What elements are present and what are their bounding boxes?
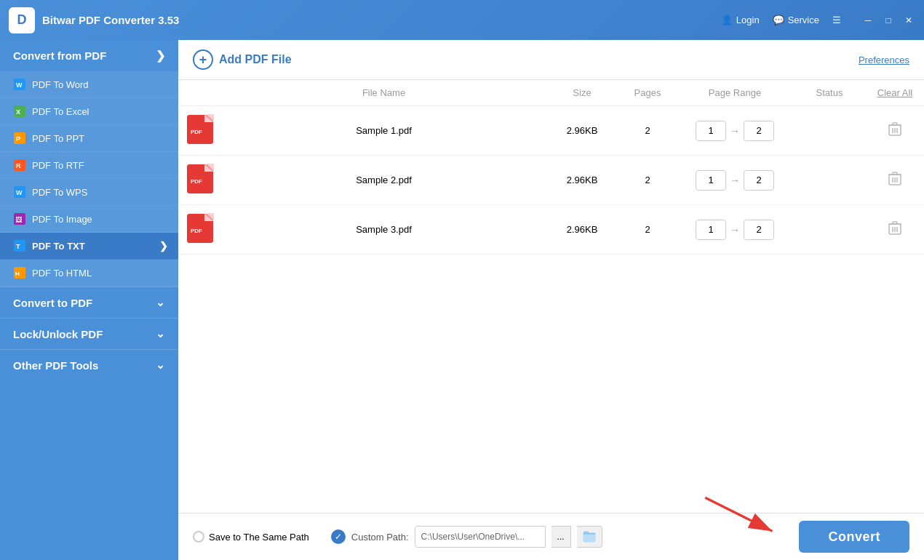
col-icon — [178, 80, 222, 106]
chevron-right-icon: ❯ — [156, 49, 165, 63]
chevron-down-icon-2: ⌄ — [156, 327, 165, 340]
svg-text:H: H — [15, 271, 20, 277]
file-table-container: File Name Size Pages Page Range Status C… — [178, 80, 924, 513]
delete-button[interactable] — [888, 122, 901, 140]
sidebar-item-pdf-to-wps[interactable]: W PDF To WPS — [0, 179, 178, 206]
page-to-input[interactable] — [744, 220, 774, 240]
svg-text:PDF: PDF — [191, 129, 202, 135]
ppt-icon: P — [13, 132, 26, 145]
svg-text:X: X — [16, 108, 20, 116]
sidebar-item-pdf-to-txt[interactable]: T PDF To TXT ❯ — [0, 233, 178, 260]
table-row: PDF Sample 3.pdf 2.96KB 2 → — [178, 205, 924, 255]
page-from-input[interactable] — [696, 121, 726, 141]
same-path-option[interactable]: Save to The Same Path — [193, 531, 309, 543]
file-name: Sample 3.pdf — [222, 205, 546, 255]
svg-text:🖼: 🖼 — [15, 216, 22, 223]
page-to-input[interactable] — [744, 170, 774, 191]
table-row: PDF Sample 2.pdf 2.96KB 2 → — [178, 156, 924, 205]
pdf-file-icon: PDF — [187, 214, 213, 243]
excel-icon: X — [13, 105, 26, 118]
delete-cell — [866, 156, 924, 205]
app-logo: D — [9, 7, 35, 33]
file-pages: 2 — [618, 156, 677, 205]
chevron-down-icon-3: ⌄ — [156, 359, 165, 372]
file-table: File Name Size Pages Page Range Status C… — [178, 80, 924, 255]
page-from-input[interactable] — [696, 170, 726, 191]
file-status — [793, 106, 866, 156]
col-page-range: Page Range — [677, 80, 793, 106]
service-button[interactable]: 💬 Service — [773, 15, 819, 25]
folder-icon — [583, 531, 596, 543]
svg-rect-45 — [893, 222, 897, 224]
hamburger-icon: ☰ — [832, 15, 841, 25]
file-size: 2.96KB — [546, 106, 618, 156]
page-to-input[interactable] — [744, 121, 774, 141]
delete-cell — [866, 106, 924, 156]
close-button[interactable]: ✕ — [902, 14, 915, 27]
sidebar-item-pdf-to-ppt[interactable]: P PDF To PPT — [0, 125, 178, 152]
page-from-input[interactable] — [696, 220, 726, 240]
col-pages: Pages — [618, 80, 677, 106]
svg-text:W: W — [16, 81, 23, 89]
path-input[interactable] — [415, 526, 546, 548]
minimize-button[interactable]: ─ — [861, 14, 875, 27]
sidebar: Convert from PDF ❯ W PDF To Word X PDF T… — [0, 40, 178, 560]
sidebar-section-other-pdf-tools[interactable]: Other PDF Tools ⌄ — [0, 349, 178, 380]
add-pdf-button[interactable]: + Add PDF File — [193, 49, 292, 70]
same-path-radio[interactable] — [193, 531, 204, 543]
file-icon-cell: PDF — [178, 106, 222, 156]
custom-path-section: ✓ Custom Path: ... — [331, 526, 602, 548]
sidebar-item-pdf-to-excel[interactable]: X PDF To Excel — [0, 98, 178, 125]
content-area: + Add PDF File Preferences File Name Siz… — [178, 40, 924, 560]
sidebar-section-convert-from-pdf[interactable]: Convert from PDF ❯ — [0, 40, 178, 71]
svg-text:PDF: PDF — [191, 178, 202, 185]
pdf-file-icon: PDF — [187, 164, 213, 193]
window-controls: ─ □ ✕ — [861, 14, 915, 27]
title-bar-actions: 👤 Login 💬 Service ☰ ─ □ ✕ — [721, 14, 915, 27]
sidebar-section-lock-unlock-pdf[interactable]: Lock/Unlock PDF ⌄ — [0, 318, 178, 349]
col-clear-all[interactable]: Clear All — [866, 80, 924, 106]
sidebar-item-pdf-to-image[interactable]: 🖼 PDF To Image — [0, 206, 178, 233]
delete-button[interactable] — [888, 221, 901, 239]
svg-rect-35 — [893, 172, 897, 175]
active-arrow-icon: ❯ — [159, 240, 168, 252]
file-pages: 2 — [618, 205, 677, 255]
content-header: + Add PDF File Preferences — [178, 40, 924, 80]
delete-cell — [866, 205, 924, 255]
range-arrow: → — [730, 175, 740, 186]
pdf-file-icon: PDF — [187, 115, 213, 144]
col-size: Size — [546, 80, 618, 106]
maximize-button[interactable]: □ — [882, 14, 895, 27]
svg-text:W: W — [16, 189, 23, 196]
wps-icon: W — [13, 185, 26, 199]
svg-text:P: P — [16, 135, 20, 143]
svg-text:PDF: PDF — [191, 228, 202, 234]
sidebar-item-pdf-to-word[interactable]: W PDF To Word — [0, 71, 178, 98]
convert-button[interactable]: Convert — [799, 521, 909, 553]
svg-rect-25 — [893, 123, 897, 125]
delete-button[interactable] — [888, 172, 901, 189]
page-range-cell: → — [677, 106, 793, 156]
preferences-link[interactable]: Preferences — [859, 55, 909, 65]
browse-dots-button[interactable]: ... — [551, 526, 571, 548]
login-button[interactable]: 👤 Login — [721, 15, 760, 25]
sidebar-item-pdf-to-rtf[interactable]: R PDF To RTF — [0, 152, 178, 179]
bottom-bar: Save to The Same Path ✓ Custom Path: ... — [178, 513, 924, 560]
page-range-cell: → — [677, 205, 793, 255]
file-size: 2.96KB — [546, 156, 618, 205]
table-row: PDF Sample 1.pdf 2.96KB 2 → — [178, 106, 924, 156]
custom-path-checkbox[interactable]: ✓ — [331, 529, 346, 544]
browse-folder-button[interactable] — [577, 526, 602, 548]
range-arrow: → — [730, 224, 740, 236]
rtf-icon: R — [13, 159, 26, 172]
menu-button[interactable]: ☰ — [832, 15, 841, 25]
main-layout: Convert from PDF ❯ W PDF To Word X PDF T… — [0, 40, 924, 560]
page-range-cell: → — [677, 156, 793, 205]
col-status: Status — [793, 80, 866, 106]
file-icon-cell: PDF — [178, 205, 222, 255]
user-icon: 👤 — [721, 15, 733, 25]
range-arrow: → — [730, 125, 740, 137]
sidebar-item-pdf-to-html[interactable]: H PDF To HTML — [0, 260, 178, 287]
word-icon: W — [13, 78, 26, 91]
sidebar-section-convert-to-pdf[interactable]: Convert to PDF ⌄ — [0, 287, 178, 318]
